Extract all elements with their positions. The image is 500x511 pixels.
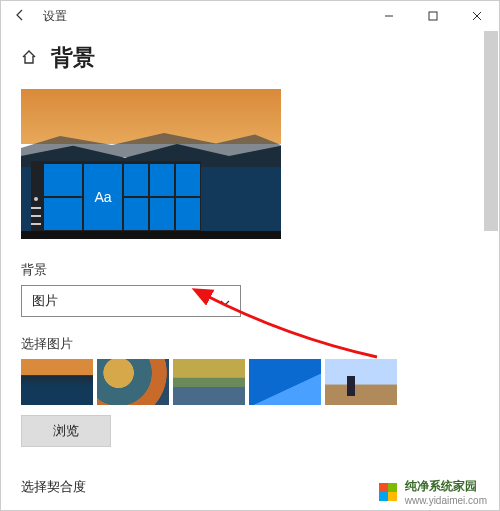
choose-picture-label: 选择图片 — [21, 335, 479, 353]
dropdown-value: 图片 — [32, 292, 58, 310]
watermark: 纯净系统家园 www.yidaimei.com — [379, 478, 487, 506]
preview-sample-text-tile: Aa — [84, 164, 122, 230]
windows-logo-icon — [379, 483, 397, 501]
picture-thumb[interactable] — [173, 359, 245, 405]
watermark-brand: 纯净系统家园 — [405, 478, 487, 495]
picture-thumbnails — [21, 359, 479, 405]
picture-thumb[interactable] — [325, 359, 397, 405]
svg-rect-1 — [429, 12, 437, 20]
scrollbar-thumb[interactable] — [484, 31, 498, 231]
background-label: 背景 — [21, 261, 479, 279]
minimize-button[interactable] — [367, 1, 411, 31]
settings-window: 设置 背景 Aa — [0, 0, 500, 511]
desktop-preview: Aa — [21, 89, 281, 239]
chevron-down-icon — [220, 294, 230, 309]
browse-button[interactable]: 浏览 — [21, 415, 111, 447]
picture-thumb[interactable] — [249, 359, 321, 405]
preview-start-menu: Aa — [31, 161, 201, 231]
maximize-button[interactable] — [411, 1, 455, 31]
fit-label: 选择契合度 — [21, 478, 86, 496]
app-title: 设置 — [43, 8, 67, 25]
title-bar: 设置 — [1, 1, 499, 31]
page-header: 背景 — [21, 43, 479, 73]
vertical-scrollbar[interactable] — [484, 31, 498, 509]
home-icon[interactable] — [21, 49, 37, 68]
close-button[interactable] — [455, 1, 499, 31]
picture-thumb[interactable] — [21, 359, 93, 405]
watermark-url: www.yidaimei.com — [405, 495, 487, 506]
page-title: 背景 — [51, 43, 95, 73]
background-type-dropdown[interactable]: 图片 — [21, 285, 241, 317]
picture-thumb[interactable] — [97, 359, 169, 405]
back-button[interactable] — [13, 8, 27, 25]
